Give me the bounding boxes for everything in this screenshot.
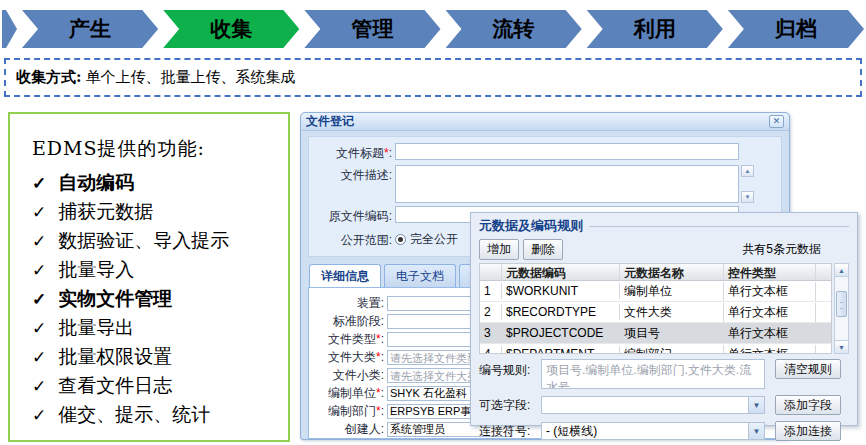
metadata-toolbar: 增加 删除 共有5条元数据 (479, 239, 849, 260)
connector-combobox[interactable]: - (短横线) ▼ (541, 422, 765, 440)
tab-electronic-doc[interactable]: 电子文档 (384, 264, 456, 287)
feature-item: ✓捕获元数据 (32, 197, 278, 226)
dialog-titlebar[interactable]: 文件登记 ✕ (301, 113, 789, 131)
flow-step-circulate: 流转 (446, 10, 582, 48)
feature-item: ✓批量导出 (32, 313, 278, 342)
field-label-creator: 创建人: (309, 421, 387, 438)
slide-canvas: 产生 收集 管理 流转 利用 归档 收集方式: 单个上传、批量上传、系统集成 E… (0, 0, 866, 445)
flow-step-manage: 管理 (304, 10, 440, 48)
numbering-rule-label: 编号规则: (479, 359, 541, 379)
col-code: 元数据编码 (502, 264, 620, 280)
textarea-scrollbar[interactable]: ▲ ▼ (741, 165, 754, 203)
clear-rule-button[interactable]: 清空规则 (775, 359, 841, 379)
connector-value: - (短横线) (546, 423, 597, 440)
optional-field-row: 可选字段: ▼ 添加字段 (479, 395, 849, 415)
process-flow-bar: 产生 收集 管理 流转 利用 归档 (2, 10, 864, 48)
scroll-up-icon[interactable]: ▲ (741, 165, 754, 177)
feature-text: 批量权限设置 (58, 344, 172, 370)
field-label-standard-stage: 标准阶段: (309, 313, 387, 330)
field-label-file-subcategory: 文件小类: (309, 367, 387, 384)
collection-method-note: 收集方式: 单个上传、批量上传、系统集成 (4, 58, 862, 97)
add-field-button[interactable]: 添加字段 (775, 395, 841, 415)
add-connector-button[interactable]: 添加连接 (775, 421, 841, 441)
numbering-rule-input[interactable]: 项目号.编制单位.编制部门.文件大类.流水号 (541, 359, 765, 389)
table-row[interactable]: 1$WORKUNIT编制单位单行文本框 (480, 281, 831, 302)
flow-step-generate: 产生 (22, 10, 158, 48)
feature-item: ✓实物文件管理 (32, 284, 278, 313)
file-title-label: 文件标题*: (309, 143, 395, 162)
feature-text: 实物文件管理 (58, 286, 172, 312)
check-icon: ✓ (32, 289, 46, 309)
table-row-selected[interactable]: 3$PROJECTCODE项目号单行文本框 (480, 323, 831, 344)
feature-text: 批量导入 (58, 257, 134, 283)
feature-item: ✓数据验证、导入提示 (32, 226, 278, 255)
connector-row: 连接符号: - (短横线) ▼ 添加连接 (479, 421, 849, 441)
table-row[interactable]: 2$RECORDTYPE文件大类单行文本框 (480, 302, 831, 323)
field-label-compile-dept: 编制部门*: (309, 403, 387, 420)
delete-metadata-button[interactable]: 删除 (523, 239, 563, 260)
feature-text: 数据验证、导入提示 (58, 228, 229, 254)
feature-text: 捕获元数据 (58, 199, 153, 225)
collection-method-text: 单个上传、批量上传、系统集成 (86, 68, 296, 87)
dialog-title: 文件登记 (306, 113, 354, 130)
check-icon: ✓ (32, 347, 46, 367)
col-name: 元数据名称 (620, 264, 724, 280)
feature-item: ✓批量权限设置 (32, 342, 278, 371)
file-desc-label: 文件描述: (309, 165, 395, 184)
check-icon: ✓ (32, 260, 46, 280)
field-label-file-category: 文件大类*: (309, 349, 387, 366)
col-num (480, 264, 502, 280)
optional-field-combobox[interactable]: ▼ (541, 396, 765, 414)
check-icon: ✓ (32, 202, 46, 222)
field-label-file-type: 文件类型*: (309, 331, 387, 348)
close-icon[interactable]: ✕ (769, 115, 784, 128)
scroll-thumb[interactable] (836, 291, 847, 317)
scroll-up-icon[interactable]: ▲ (835, 264, 848, 277)
check-icon: ✓ (32, 231, 46, 251)
collection-method-label: 收集方式: (16, 68, 82, 87)
metadata-count: 共有5条元数据 (742, 241, 849, 258)
scroll-track[interactable] (835, 277, 848, 340)
add-metadata-button[interactable]: 增加 (479, 239, 519, 260)
check-icon: ✓ (32, 318, 46, 338)
check-icon: ✓ (32, 173, 46, 193)
scroll-down-icon[interactable]: ▼ (741, 191, 754, 203)
metadata-table-body: 1$WORKUNIT编制单位单行文本框 2$RECORDTYPE文件大类单行文本… (479, 281, 832, 354)
metadata-table-header: 元数据编码 元数据名称 控件类型 (479, 263, 832, 281)
flow-step-collect: 收集 (163, 10, 299, 48)
table-scrollbar[interactable]: ▲ ▼ (834, 263, 849, 354)
check-icon: ✓ (32, 376, 46, 396)
feature-item: ✓自动编码 (32, 168, 278, 197)
flow-lead-chevron (2, 10, 17, 48)
feature-text: 催交、提示、统计 (58, 402, 210, 428)
feature-item: ✓催交、提示、统计 (32, 400, 278, 429)
optional-field-label: 可选字段: (479, 397, 541, 414)
feature-item: ✓查看文件日志 (32, 371, 278, 400)
scope-label: 公开范围: (309, 230, 395, 249)
check-icon: ✓ (32, 405, 46, 425)
metadata-table: 元数据编码 元数据名称 控件类型 1$WORKUNIT编制单位单行文本框 2$R… (479, 263, 849, 354)
file-desc-textarea[interactable] (395, 165, 739, 203)
edms-features-box: EDMS提供的功能: ✓自动编码 ✓捕获元数据 ✓数据验证、导入提示 ✓批量导入… (8, 112, 290, 442)
feature-text: 查看文件日志 (58, 373, 172, 399)
radio-option-public[interactable]: 完全公开 (395, 231, 458, 248)
flow-step-utilize: 利用 (587, 10, 723, 48)
col-blank (816, 264, 831, 280)
connector-label: 连接符号: (479, 423, 541, 440)
table-row[interactable]: 4$DEPARTMENT编制部门单行文本框 (480, 344, 831, 354)
feature-text: 批量导出 (58, 315, 134, 341)
orig-code-label: 原文件编码: (309, 206, 395, 225)
tab-detail-info[interactable]: 详细信息 (309, 264, 381, 287)
col-type: 控件类型 (724, 264, 816, 280)
numbering-rule-row: 编号规则: 项目号.编制单位.编制部门.文件大类.流水号 清空规则 (479, 359, 849, 389)
field-label-device: 装置: (309, 295, 387, 312)
screenshot-area: 文件登记 ✕ 文件标题*: 文件描述: ▲ ▼ (298, 112, 864, 445)
chevron-down-icon[interactable]: ▼ (748, 397, 764, 413)
feature-text: 自动编码 (58, 170, 134, 196)
file-title-input[interactable] (395, 143, 739, 160)
radio-icon[interactable] (395, 234, 406, 245)
scroll-down-icon[interactable]: ▼ (835, 340, 848, 353)
flow-step-archive: 归档 (728, 10, 864, 48)
feature-item: ✓批量导入 (32, 255, 278, 284)
chevron-down-icon[interactable]: ▼ (748, 423, 764, 439)
